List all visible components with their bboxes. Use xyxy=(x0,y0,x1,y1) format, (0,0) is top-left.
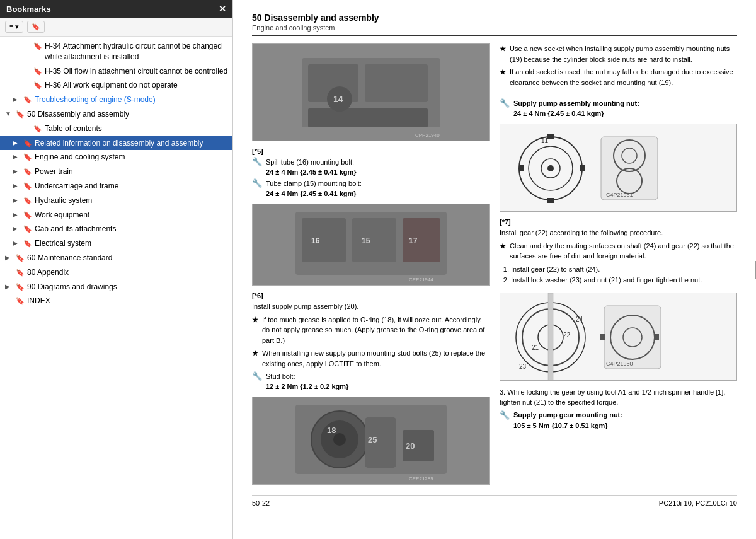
bookmark-icon-electrical: 🔖 xyxy=(23,239,32,248)
photo-2: 16 15 17 CPP21944 xyxy=(252,204,490,286)
sidebar-item-60[interactable]: 🔖60 Maintenance standard xyxy=(0,251,232,265)
diagram-2-svg: 24 22 21 23 C4P21950 xyxy=(500,293,736,380)
bookmark-icon-80: 🔖 xyxy=(16,268,25,277)
bookmark-icon-undercarriage: 🔖 xyxy=(23,182,32,191)
expand-arrow-related[interactable] xyxy=(13,139,21,148)
model-number: PC210i-10, PC210LCi-10 xyxy=(659,499,737,507)
step-5: [*5] 🔧 Spill tube (16) mounting bolt: 24… xyxy=(252,148,490,197)
view-toggle-button[interactable]: ≡ ▾ xyxy=(5,21,23,33)
svg-text:17: 17 xyxy=(409,236,418,245)
svg-text:C4P21951: C4P21951 xyxy=(606,192,633,198)
right-torque-line: 🔧 Supply pump assembly mounting nut: xyxy=(500,98,737,108)
step-5-torque1-val: 24 ± 4 Nm {2.45 ± 0.41 kgm} xyxy=(252,168,490,176)
expand-arrow-powertrain[interactable] xyxy=(13,167,21,176)
sidebar-item-80[interactable]: 🔖80 Appendix xyxy=(0,265,232,280)
expand-arrow-troubleshoot[interactable] xyxy=(13,95,21,104)
sidebar-item-h36[interactable]: 🔖H-36 All work equipment do not operate xyxy=(0,78,232,93)
expand-arrow-cab[interactable] xyxy=(13,224,21,233)
bookmark-icon-powertrain: 🔖 xyxy=(23,167,32,177)
bookmark-button[interactable]: 🔖 xyxy=(27,21,45,33)
step-6-torque-val: 12 ± 2 Nm {1.2 ± 0.2 kgm} xyxy=(252,383,490,390)
photo-3: 18 25 20 CPP21289 xyxy=(252,397,490,485)
sidebar-label-electrical: Electrical system xyxy=(35,238,230,249)
step-6-intro: Install supply pump assembly (20). xyxy=(252,301,490,312)
sidebar-label-cab: Cab and its attachments xyxy=(35,224,230,235)
sidebar-item-troubleshoot[interactable]: 🔖Troubleshooting of engine (S-mode) xyxy=(0,93,232,107)
main-content: 50 Disassembly and assembly Engine and c… xyxy=(233,0,756,539)
step-6-torque-desc: Stud bolt: xyxy=(266,373,295,380)
star-icon: ★ xyxy=(252,315,258,346)
star-icon: ★ xyxy=(500,241,506,262)
step-6: [*6] Install supply pump assembly (20). … xyxy=(252,292,490,390)
sidebar-label-50: 50 Disassembly and assembly xyxy=(27,109,230,120)
sidebar-item-undercarriage[interactable]: 🔖Undercarriage and frame xyxy=(0,179,232,194)
svg-rect-10 xyxy=(302,218,346,262)
photo-1: 14 CPP21940 xyxy=(252,43,490,141)
svg-text:CPP21940: CPP21940 xyxy=(415,132,440,138)
svg-rect-47 xyxy=(548,293,553,380)
step-6-bullet: ★If too much grease is applied to O-ring… xyxy=(252,315,490,346)
left-column: 14 CPP21940 [*5] 🔧 Spill tube (16) mount… xyxy=(252,43,490,485)
expand-arrow-engine[interactable] xyxy=(13,153,21,161)
close-icon[interactable]: ✕ xyxy=(219,4,226,14)
sidebar-label-90: 90 Diagrams and drawings xyxy=(27,282,230,293)
svg-text:22: 22 xyxy=(563,332,571,339)
sidebar-label-index: INDEX xyxy=(27,296,230,306)
sidebar-item-h35[interactable]: 🔖H-35 Oil flow in attachment circuit can… xyxy=(0,64,232,79)
sidebar-label-h35: H-35 Oil flow in attachment circuit cann… xyxy=(45,66,230,77)
bookmark-icon-50: 🔖 xyxy=(16,110,25,119)
bookmark-icon-60: 🔖 xyxy=(16,253,25,263)
svg-rect-3 xyxy=(365,64,428,102)
svg-text:21: 21 xyxy=(532,344,539,351)
expand-arrow-60[interactable] xyxy=(5,253,14,262)
sidebar-item-engine[interactable]: 🔖Engine and cooling system xyxy=(0,150,232,165)
sidebar-label-related: Related information on disassembly and a… xyxy=(35,138,230,149)
sidebar-item-related[interactable]: 🔖Related information on disassembly and … xyxy=(0,136,232,151)
step-7-numbered-item: Install gear (22) to shaft (24). xyxy=(511,264,737,275)
svg-text:CPP21289: CPP21289 xyxy=(409,476,433,482)
right-torque-val: 24 ± 4 Nm {2.45 ± 0.41 kgm} xyxy=(500,110,737,117)
step-7-torque-val: 105 ± 5 Nm {10.7 ± 0.51 kgm} xyxy=(500,422,737,429)
sidebar-item-50[interactable]: 🔖50 Disassembly and assembly xyxy=(0,107,232,122)
sidebar-item-index[interactable]: 🔖INDEX xyxy=(0,294,232,308)
svg-point-21 xyxy=(333,433,346,446)
expand-arrow-hydraulic[interactable] xyxy=(13,196,21,205)
svg-text:16: 16 xyxy=(311,236,320,245)
bullet-text: When installing new supply pump mounting… xyxy=(262,348,490,369)
sidebar-title: Bookmarks xyxy=(6,4,51,14)
step-7-intro: Install gear (22) according to the follo… xyxy=(500,228,737,238)
star-icon: ★ xyxy=(500,67,506,88)
sidebar-item-electrical[interactable]: 🔖Electrical system xyxy=(0,236,232,251)
sidebar-label-60: 60 Maintenance standard xyxy=(27,253,230,264)
sidebar-item-powertrain[interactable]: 🔖Power train xyxy=(0,165,232,179)
step-7-label: [*7] xyxy=(500,218,737,226)
bookmark-icon-workequip: 🔖 xyxy=(23,211,32,220)
step-6-label: [*6] xyxy=(252,292,490,299)
content-grid: 14 CPP21940 [*5] 🔧 Spill tube (16) mount… xyxy=(252,43,737,485)
sidebar-item-hydraulic[interactable]: 🔖Hydraulic system xyxy=(0,194,232,208)
svg-text:18: 18 xyxy=(327,426,336,435)
sidebar-item-toc[interactable]: 🔖Table of contents xyxy=(0,122,232,136)
sidebar-item-90[interactable]: 🔖90 Diagrams and drawings xyxy=(0,280,232,294)
right-torque: 🔧 Supply pump assembly mounting nut: 24 … xyxy=(500,96,737,117)
wrench-icon-3: 🔧 xyxy=(252,371,262,381)
svg-text:20: 20 xyxy=(406,441,415,451)
bullet-text: If an old socket is used, the nut may fa… xyxy=(510,67,737,88)
expand-arrow-undercarriage[interactable] xyxy=(13,182,21,190)
step-5-torque1-desc: Spill tube (16) mounting bolt: xyxy=(266,158,354,166)
expand-arrow-90[interactable] xyxy=(5,282,14,291)
expand-arrow-workequip[interactable] xyxy=(13,211,21,219)
diagram-1-container: 11 C4P21951 xyxy=(500,124,737,212)
step-6-bullet: ★When installing new supply pump mountin… xyxy=(252,348,490,369)
expand-arrow-electrical[interactable] xyxy=(13,239,21,248)
svg-rect-34 xyxy=(519,165,524,171)
sidebar-item-workequip[interactable]: 🔖Work equipment xyxy=(0,208,232,223)
sidebar-toolbar: ≡ ▾ 🔖 xyxy=(0,18,232,37)
sidebar-item-cab[interactable]: 🔖Cab and its attachments xyxy=(0,222,232,236)
svg-text:14: 14 xyxy=(333,94,343,104)
sidebar-item-h34[interactable]: 🔖H-34 Attachment hydraulic circuit canno… xyxy=(0,39,232,64)
step-5-torque2-desc: Tube clamp (15) mounting bolt: xyxy=(266,180,362,187)
photo-3-container: 18 25 20 CPP21289 xyxy=(252,397,490,485)
expand-arrow-50[interactable] xyxy=(5,110,14,119)
right-notes: ★Use a new socket when installing supply… xyxy=(500,43,737,90)
